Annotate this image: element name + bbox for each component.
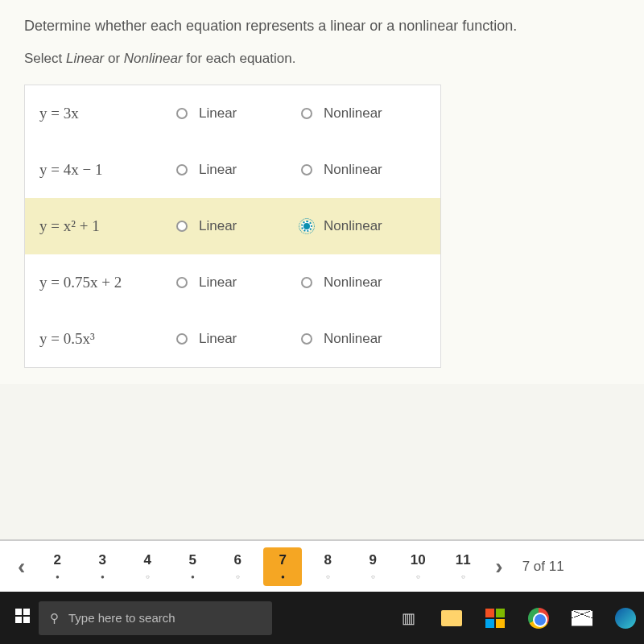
nonlinear-option[interactable]: Nonlinear bbox=[301, 105, 426, 122]
question-panel: Determine whether each equation represen… bbox=[0, 0, 644, 384]
radio-icon bbox=[301, 108, 312, 119]
page-button-11[interactable]: 11 bbox=[444, 547, 482, 586]
svg-rect-3 bbox=[23, 617, 30, 623]
equation: y = 3x bbox=[39, 105, 176, 122]
page-button-8[interactable]: 8 bbox=[308, 547, 347, 586]
search-input[interactable]: ⚲ Type here to search bbox=[39, 601, 272, 635]
search-icon: ⚲ bbox=[50, 611, 59, 625]
prev-button[interactable]: ‹ bbox=[8, 554, 35, 580]
page-list: 234567891011 bbox=[35, 547, 485, 586]
equation-row: y = 0.75x + 2 Linear Nonlinear bbox=[25, 254, 440, 311]
taskbar: ⚲ Type here to search ▥ bbox=[0, 592, 644, 644]
radio-icon bbox=[301, 221, 312, 232]
equation: y = 0.5x³ bbox=[39, 330, 176, 348]
instruction-text: Select Linear or Nonlinear for each equa… bbox=[24, 51, 620, 67]
file-explorer-icon[interactable] bbox=[440, 606, 464, 630]
radio-icon bbox=[176, 333, 188, 345]
equation: y = 4x − 1 bbox=[39, 161, 176, 179]
task-icons: ▥ bbox=[396, 606, 638, 630]
equation: y = x² + 1 bbox=[39, 217, 176, 235]
page-button-2[interactable]: 2 bbox=[38, 547, 76, 586]
radio-icon bbox=[176, 277, 188, 288]
radio-icon bbox=[176, 164, 188, 175]
equation-row: y = x² + 1 Linear Nonlinear bbox=[25, 198, 440, 254]
nonlinear-option[interactable]: Nonlinear bbox=[301, 162, 426, 178]
question-text: Determine whether each equation represen… bbox=[24, 16, 620, 36]
mail-icon[interactable] bbox=[570, 606, 594, 630]
search-placeholder: Type here to search bbox=[68, 611, 175, 625]
page-button-5[interactable]: 5 bbox=[173, 547, 212, 586]
page-button-7[interactable]: 7 bbox=[263, 547, 302, 586]
linear-option[interactable]: Linear bbox=[176, 218, 301, 234]
page-button-10[interactable]: 10 bbox=[398, 547, 437, 586]
radio-icon bbox=[301, 164, 312, 175]
page-button-9[interactable]: 9 bbox=[353, 547, 392, 586]
svg-rect-1 bbox=[23, 609, 30, 615]
radio-icon bbox=[301, 333, 312, 345]
equation-row: y = 0.5x³ Linear Nonlinear bbox=[25, 311, 440, 367]
linear-option[interactable]: Linear bbox=[176, 275, 301, 291]
nonlinear-option[interactable]: Nonlinear bbox=[301, 331, 426, 347]
equation: y = 0.75x + 2 bbox=[39, 274, 176, 291]
microsoft-store-icon[interactable] bbox=[483, 606, 507, 630]
page-counter: 7 of 11 bbox=[522, 559, 564, 575]
radio-icon bbox=[176, 108, 188, 119]
task-view-icon[interactable]: ▥ bbox=[396, 606, 420, 630]
nonlinear-option[interactable]: Nonlinear bbox=[301, 275, 426, 291]
svg-rect-0 bbox=[15, 609, 22, 615]
start-button[interactable] bbox=[6, 609, 39, 627]
nonlinear-option[interactable]: Nonlinear bbox=[301, 218, 426, 234]
next-button[interactable]: › bbox=[485, 554, 512, 580]
linear-option[interactable]: Linear bbox=[176, 331, 301, 347]
radio-icon bbox=[301, 277, 312, 288]
question-nav: ‹ 234567891011 › 7 of 11 bbox=[0, 539, 644, 592]
page-button-6[interactable]: 6 bbox=[218, 547, 257, 586]
chrome-icon[interactable] bbox=[526, 606, 551, 630]
page-button-4[interactable]: 4 bbox=[128, 547, 167, 586]
svg-rect-2 bbox=[15, 617, 22, 623]
equation-row: y = 3x Linear Nonlinear bbox=[25, 85, 440, 142]
linear-option[interactable]: Linear bbox=[176, 105, 301, 122]
equation-table: y = 3x Linear Nonlinear y = 4x − 1 Linea… bbox=[24, 85, 441, 368]
edge-icon[interactable] bbox=[613, 606, 638, 630]
radio-icon bbox=[176, 221, 188, 232]
page-button-3[interactable]: 3 bbox=[83, 547, 122, 586]
equation-row: y = 4x − 1 Linear Nonlinear bbox=[25, 142, 440, 198]
linear-option[interactable]: Linear bbox=[176, 162, 301, 178]
